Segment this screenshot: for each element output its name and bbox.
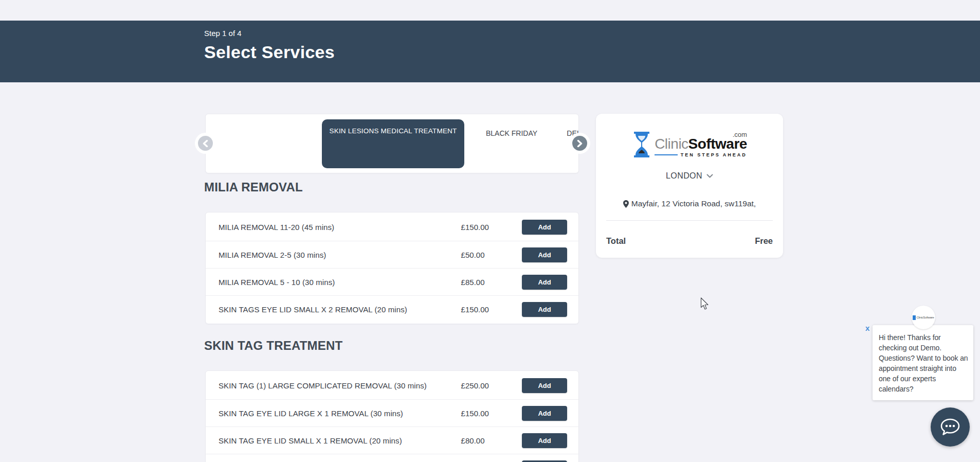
booking-summary-panel: .com ClinicSoftware TEN STEPS AHEAD LOND… xyxy=(596,114,783,258)
page-title: Select Services xyxy=(204,42,980,62)
location-label: LONDON xyxy=(666,171,702,181)
header-banner: Step 1 of 4 Select Services xyxy=(0,21,980,82)
total-row: Total Free xyxy=(596,236,783,246)
service-row: MILIA REMOVAL 11-20 (45 mins) £150.00 Ad… xyxy=(206,214,578,241)
hourglass-logo-icon xyxy=(632,132,651,157)
chat-launcher-button[interactable] xyxy=(931,407,970,447)
add-service-button[interactable]: Add xyxy=(522,460,567,462)
chat-close-icon[interactable]: x xyxy=(865,324,869,332)
service-row: SKIN TAG (1) LARGE COMPLICATED REMOVAL (… xyxy=(206,372,578,399)
chat-message-bubble: Hi there! Thanks for checking out Demo. … xyxy=(873,325,973,400)
tab-skin-lesions-medical-treatment[interactable]: SKIN LESIONS MEDICAL TREATMENT xyxy=(322,119,464,168)
logo-name-part1: Clinic xyxy=(655,136,688,152)
location-dropdown[interactable]: LONDON xyxy=(596,171,783,181)
service-row-partial: Add xyxy=(206,454,578,462)
service-price: £80.00 xyxy=(461,436,522,445)
add-service-button[interactable]: Add xyxy=(522,378,567,393)
chevron-right-icon xyxy=(577,140,583,147)
chat-message-text: Hi there! Thanks for checking out Demo. … xyxy=(879,332,968,394)
chevron-left-icon xyxy=(203,140,208,147)
carousel-prev-button[interactable] xyxy=(198,136,213,151)
logo-tagline: TEN STEPS AHEAD xyxy=(681,152,747,157)
add-service-button[interactable]: Add xyxy=(522,406,567,421)
service-price: £150.00 xyxy=(461,305,522,314)
service-price: £50.00 xyxy=(461,251,522,259)
service-row: SKIN TAG EYE LID LARGE X 1 REMOVAL (30 m… xyxy=(206,399,578,427)
service-name: SKIN TAGS EYE LID SMALL X 2 REMOVAL (20 … xyxy=(219,305,461,314)
section-title-skin-tag-treatment: SKIN TAG TREATMENT xyxy=(204,339,342,353)
service-row: SKIN TAG EYE LID SMALL X 1 REMOVAL (20 m… xyxy=(206,427,578,454)
service-price: £85.00 xyxy=(461,278,522,287)
category-carousel: SKIN LESIONS MEDICAL TREATMENT BLACK FRI… xyxy=(205,114,579,173)
clinicsoftware-logo: .com ClinicSoftware TEN STEPS AHEAD xyxy=(596,132,783,157)
services-card-milia: MILIA REMOVAL 11-20 (45 mins) £150.00 Ad… xyxy=(205,212,579,324)
logo-tld: .com xyxy=(733,131,747,138)
service-name: MILIA REMOVAL 5 - 10 (30 mins) xyxy=(219,278,461,287)
avatar-logo-icon xyxy=(913,315,916,320)
service-name: MILIA REMOVAL 2-5 (30 mins) xyxy=(219,251,461,259)
map-pin-icon xyxy=(623,200,629,208)
summary-divider xyxy=(606,220,773,221)
service-name: SKIN TAG EYE LID SMALL X 1 REMOVAL (20 m… xyxy=(219,436,461,445)
tab-label: SKIN LESIONS MEDICAL TREATMENT xyxy=(329,127,457,135)
service-price: £150.00 xyxy=(461,223,522,232)
section-title-milia-removal: MILIA REMOVAL xyxy=(204,180,303,194)
service-name: MILIA REMOVAL 11-20 (45 mins) xyxy=(219,223,461,232)
add-service-button[interactable]: Add xyxy=(522,247,567,262)
add-service-button[interactable]: Add xyxy=(522,433,567,448)
step-indicator: Step 1 of 4 xyxy=(204,29,980,38)
address-text: Mayfair, 12 Victoria Road, sw119at, xyxy=(631,199,756,208)
total-value: Free xyxy=(755,236,773,246)
chat-bubble-icon xyxy=(940,418,960,436)
add-service-button[interactable]: Add xyxy=(522,220,567,235)
mouse-cursor xyxy=(700,297,709,312)
carousel-next-button[interactable] xyxy=(572,136,587,151)
service-row: SKIN TAGS EYE LID SMALL X 2 REMOVAL (20 … xyxy=(206,295,578,323)
service-row: MILIA REMOVAL 5 - 10 (30 mins) £85.00 Ad… xyxy=(206,268,578,295)
add-service-button[interactable]: Add xyxy=(522,275,567,290)
service-name: SKIN TAG EYE LID LARGE X 1 REMOVAL (30 m… xyxy=(219,409,461,418)
add-service-button[interactable]: Add xyxy=(522,302,567,317)
service-row: MILIA REMOVAL 2-5 (30 mins) £50.00 Add xyxy=(206,241,578,268)
chat-avatar: ClinicSoftware xyxy=(912,306,935,329)
services-card-skin-tag: SKIN TAG (1) LARGE COMPLICATED REMOVAL (… xyxy=(205,370,579,462)
service-price: £150.00 xyxy=(461,409,522,418)
service-name: SKIN TAG (1) LARGE COMPLICATED REMOVAL (… xyxy=(219,381,461,390)
chevron-down-icon xyxy=(706,174,713,178)
logo-tagline-rule xyxy=(655,154,678,155)
avatar-logo-text: ClinicSoftware xyxy=(916,316,934,319)
tab-black-friday[interactable]: BLACK FRIDAY xyxy=(481,129,542,137)
clinic-address: Mayfair, 12 Victoria Road, sw119at, xyxy=(596,199,783,208)
service-price: £250.00 xyxy=(461,381,522,390)
total-label: Total xyxy=(606,236,626,246)
